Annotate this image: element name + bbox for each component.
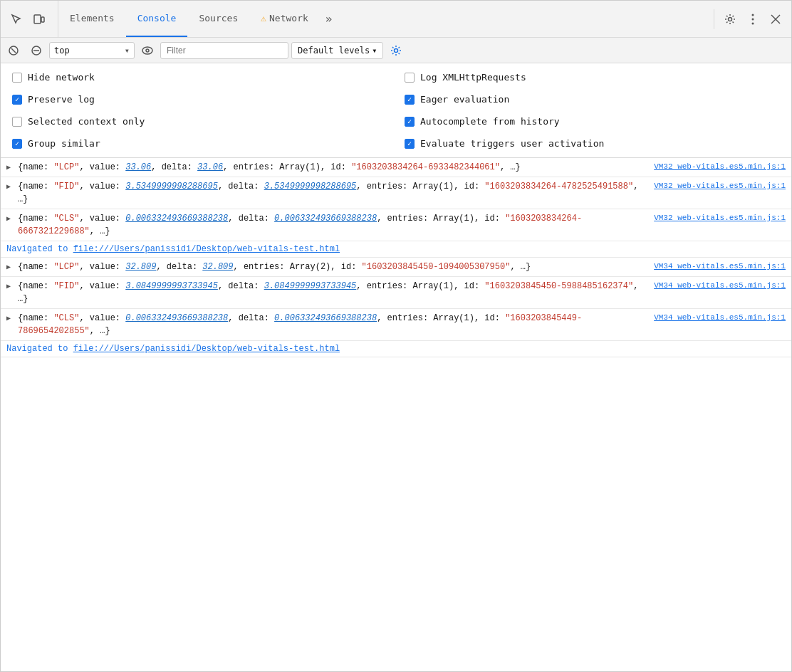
setting-preserve-log: Preserve log (12, 91, 387, 107)
preserve-log-checkbox[interactable] (12, 95, 22, 105)
autocomplete-history-checkbox[interactable] (405, 117, 415, 127)
svg-point-14 (395, 48, 398, 52)
settings-panel: Hide network Log XMLHttpRequests Preserv… (1, 63, 791, 158)
console-log-area: ▶ VM32 web-vitals.es5.min.js:1 {name: "L… (1, 158, 791, 357)
context-selector[interactable]: top ▾ (49, 42, 135, 59)
setting-group-similar: Group similar (12, 135, 387, 152)
toolbar-icons (6, 1, 58, 37)
eye-icon[interactable] (137, 41, 157, 61)
expand-arrow-icon[interactable]: ▶ (6, 214, 11, 224)
svg-point-3 (752, 14, 754, 16)
dropdown-arrow-icon: ▾ (125, 46, 130, 56)
cursor-icon[interactable] (6, 9, 26, 29)
block-icon[interactable] (26, 41, 46, 61)
warning-icon: ⚠ (261, 13, 266, 23)
log-entry: ▶ VM34 web-vitals.es5.min.js:1 {name: "F… (1, 277, 791, 309)
tab-elements[interactable]: Elements (58, 1, 126, 37)
more-tabs-button[interactable]: » (320, 12, 338, 26)
toolbar-actions (714, 9, 786, 29)
group-similar-checkbox[interactable] (12, 139, 22, 149)
expand-arrow-icon[interactable]: ▶ (6, 281, 11, 292)
tab-sources[interactable]: Sources (187, 1, 249, 37)
setting-selected-context: Selected context only (12, 113, 387, 130)
devtools-toolbar: Elements Console Sources ⚠ Network » (1, 1, 791, 38)
close-icon[interactable] (766, 9, 786, 29)
source-link[interactable]: VM32 web-vitals.es5.min.js:1 (654, 161, 786, 173)
settings-gear-icon[interactable] (386, 41, 406, 61)
settings-icon[interactable] (720, 9, 740, 29)
log-entry: ▶ VM32 web-vitals.es5.min.js:1 {name: "C… (1, 209, 791, 241)
eager-eval-checkbox[interactable] (405, 95, 415, 105)
levels-dropdown-arrow: ▾ (372, 46, 377, 56)
svg-point-4 (752, 18, 754, 20)
svg-point-12 (142, 47, 152, 54)
svg-point-13 (146, 49, 149, 52)
svg-rect-1 (41, 17, 44, 22)
log-entry: ▶ VM34 web-vitals.es5.min.js:1 {name: "L… (1, 258, 791, 277)
expand-arrow-icon[interactable]: ▶ (6, 262, 11, 273)
device-toggle-icon[interactable] (29, 9, 49, 29)
tab-network[interactable]: ⚠ Network (249, 1, 320, 37)
source-link[interactable]: VM32 web-vitals.es5.min.js:1 (654, 180, 786, 192)
navigation-entry: Navigated to file:///Users/panissidi/Des… (1, 241, 791, 258)
log-entry: ▶ VM32 web-vitals.es5.min.js:1 {name: "L… (1, 158, 791, 177)
svg-rect-0 (34, 15, 41, 23)
expand-arrow-icon[interactable]: ▶ (6, 162, 11, 173)
source-link[interactable]: VM34 web-vitals.es5.min.js:1 (654, 312, 786, 324)
log-entry: ▶ VM34 web-vitals.es5.min.js:1 {name: "C… (1, 309, 791, 341)
console-toolbar: top ▾ Default levels ▾ (1, 38, 791, 63)
svg-point-5 (752, 22, 754, 24)
evaluate-triggers-checkbox[interactable] (405, 139, 415, 149)
expand-arrow-icon[interactable]: ▶ (6, 182, 11, 192)
setting-eager-eval: Eager evaluation (405, 91, 780, 107)
source-link[interactable]: VM34 web-vitals.es5.min.js:1 (654, 280, 786, 292)
setting-evaluate-triggers: Evaluate triggers user activation (405, 135, 780, 152)
hide-network-checkbox[interactable] (12, 73, 22, 83)
tab-list: Elements Console Sources ⚠ Network » (58, 1, 714, 37)
nav-url-link[interactable]: file:///Users/panissidi/Desktop/web-vita… (73, 244, 340, 254)
default-levels-button[interactable]: Default levels ▾ (291, 42, 383, 59)
selected-context-checkbox[interactable] (12, 117, 22, 127)
log-xml-checkbox[interactable] (405, 73, 415, 83)
setting-hide-network: Hide network (12, 69, 387, 85)
svg-line-9 (11, 48, 16, 53)
source-link[interactable]: VM34 web-vitals.es5.min.js:1 (654, 261, 786, 273)
log-entry: ▶ VM32 web-vitals.es5.min.js:1 {name: "F… (1, 177, 791, 209)
navigation-entry: Navigated to file:///Users/panissidi/Des… (1, 341, 791, 357)
tab-console[interactable]: Console (126, 1, 188, 37)
filter-input[interactable] (160, 42, 288, 59)
expand-arrow-icon[interactable]: ▶ (6, 313, 11, 324)
nav-url-link[interactable]: file:///Users/panissidi/Desktop/web-vita… (73, 344, 340, 354)
svg-point-2 (729, 17, 732, 21)
more-options-icon[interactable] (743, 9, 763, 29)
source-link[interactable]: VM32 web-vitals.es5.min.js:1 (654, 212, 786, 224)
setting-autocomplete-history: Autocomplete from history (405, 113, 780, 130)
clear-console-icon[interactable] (4, 41, 24, 61)
setting-log-xml: Log XMLHttpRequests (405, 69, 780, 85)
